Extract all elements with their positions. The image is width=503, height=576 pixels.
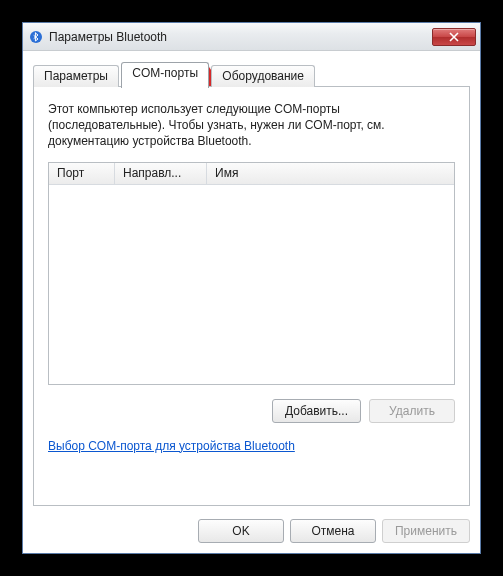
bluetooth-icon	[29, 30, 43, 44]
column-port[interactable]: Порт	[49, 163, 115, 184]
close-icon	[449, 32, 459, 42]
com-port-list[interactable]: Порт Направл... Имя	[48, 162, 455, 385]
list-body[interactable]	[49, 185, 454, 384]
apply-button[interactable]: Применить	[382, 519, 470, 543]
tab-panel-com-ports: Этот компьютер использует следующие COM-…	[33, 86, 470, 506]
remove-button[interactable]: Удалить	[369, 399, 455, 423]
ok-button[interactable]: OK	[198, 519, 284, 543]
add-button[interactable]: Добавить...	[272, 399, 361, 423]
list-header: Порт Направл... Имя	[49, 163, 454, 185]
choose-com-port-link[interactable]: Выбор COM-порта для устройства Bluetooth	[48, 439, 295, 453]
column-direction[interactable]: Направл...	[115, 163, 207, 184]
close-button[interactable]	[432, 28, 476, 46]
tabstrip: Параметры COM-порты Оборудование	[33, 61, 470, 87]
cancel-button[interactable]: Отмена	[290, 519, 376, 543]
client-area: Параметры COM-порты Оборудование Этот ко…	[23, 51, 480, 553]
tab-com-ports[interactable]: COM-порты	[121, 62, 209, 88]
dialog-button-row: OK Отмена Применить	[198, 519, 470, 543]
bluetooth-settings-window: Параметры Bluetooth Параметры COM-порты …	[22, 22, 481, 554]
list-action-row: Добавить... Удалить	[48, 399, 455, 423]
column-name[interactable]: Имя	[207, 163, 454, 184]
tab-hardware[interactable]: Оборудование	[211, 65, 315, 87]
titlebar: Параметры Bluetooth	[23, 23, 480, 51]
window-title: Параметры Bluetooth	[49, 30, 432, 44]
panel-description: Этот компьютер использует следующие COM-…	[48, 101, 455, 150]
tab-parameters[interactable]: Параметры	[33, 65, 119, 87]
